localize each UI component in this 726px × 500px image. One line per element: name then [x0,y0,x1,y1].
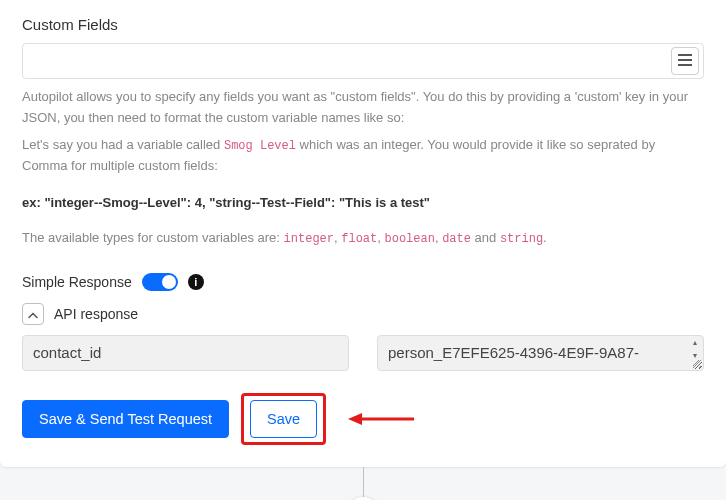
button-row: Save & Send Test Request Save [22,393,704,445]
simple-response-label: Simple Response [22,274,132,290]
custom-fields-title: Custom Fields [22,16,704,33]
svg-rect-1 [678,59,692,61]
help-text-1: Autopilot allows you to specify any fiel… [22,87,704,129]
chevron-up-icon [28,306,38,322]
menu-icon [677,53,693,70]
svg-rect-0 [678,54,692,56]
save-send-button[interactable]: Save & Send Test Request [22,400,229,438]
menu-button[interactable] [671,47,699,75]
api-response-header: API response [22,303,704,325]
help-text-2: Let's say you had a variable called Smog… [22,135,704,177]
custom-fields-input-wrapper [22,43,704,79]
api-response-label: API response [54,306,138,322]
simple-response-row: Simple Response i [22,273,704,291]
svg-marker-4 [348,413,362,425]
save-button[interactable]: Save [250,400,317,438]
info-icon[interactable]: i [188,274,204,290]
settings-panel: Custom Fields Autopilot allows you to sp… [0,0,726,467]
connector-line [363,467,364,500]
example-line: ex: "integer--Smog--Level": 4, "string--… [22,195,704,210]
api-response-key[interactable]: contact_id [22,335,349,371]
svg-rect-2 [678,64,692,66]
annotation-arrow [346,409,416,429]
types-line: The available types for custom variables… [22,228,704,249]
custom-fields-input[interactable] [31,44,671,78]
collapse-button[interactable] [22,303,44,325]
api-response-value[interactable]: person_E7EFE625-4396-4E9F-9A87- ▴▾ [377,335,704,371]
footer-area: + [0,467,726,500]
simple-response-toggle[interactable] [142,273,178,291]
scrollbar-icon[interactable]: ▴▾ [693,338,701,360]
annotation-highlight: Save [241,393,326,445]
code-sample-smog: Smog Level [224,139,296,153]
api-response-row: contact_id person_E7EFE625-4396-4E9F-9A8… [22,335,704,371]
